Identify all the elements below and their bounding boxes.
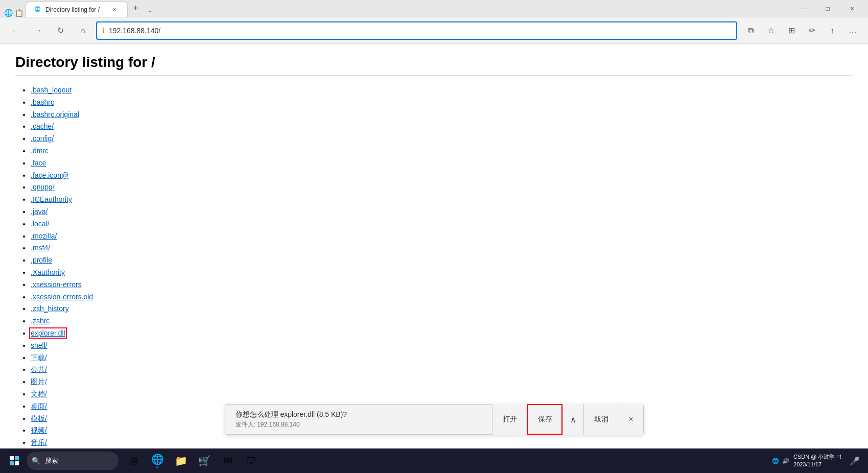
browser-window: 🌐 📋 🌐 Directory listing for / × + ⌄ ─ □ … (0, 0, 868, 473)
page-divider (15, 76, 853, 76)
file-link[interactable]: .xsession-errors (31, 280, 82, 289)
file-explorer-app[interactable]: 📁 (170, 448, 192, 473)
search-input[interactable] (27, 452, 119, 470)
store-app[interactable]: 🛒 (193, 448, 216, 473)
file-link[interactable]: .config/ (31, 134, 54, 143)
file-link[interactable]: .dmrc (31, 147, 49, 155)
file-link[interactable]: .bashrc.original (31, 110, 79, 119)
file-link[interactable]: shell/ (31, 341, 48, 349)
taskbar: 🔍 搜索 ⊞ 🌐 📁 🛒 ✉ 🛡 (0, 448, 868, 473)
list-item: .ICEauthority (31, 194, 853, 206)
mail-icon: ✉ (224, 455, 232, 467)
list-item: .msf4/ (31, 242, 853, 254)
file-link[interactable]: 桌面/ (31, 402, 47, 410)
open-button[interactable]: 打开 (492, 404, 527, 435)
address-text[interactable]: 192.168.88.140/ (109, 27, 731, 35)
file-link[interactable]: explorer.dll (31, 329, 65, 337)
favorites-button[interactable]: ☆ (762, 21, 780, 40)
network-icon: 🌐 (772, 458, 779, 464)
file-link[interactable]: .Xauthority (31, 268, 65, 276)
file-link[interactable]: .msf4/ (31, 244, 50, 252)
file-link[interactable]: .profile (31, 256, 52, 264)
window-controls: ─ □ × (791, 0, 864, 17)
svg-rect-1 (15, 456, 19, 460)
file-link[interactable]: .java/ (31, 207, 48, 216)
home-button[interactable]: ⌂ (74, 21, 92, 40)
list-item: 下载/ (31, 352, 853, 364)
file-link[interactable]: .zshrc (31, 317, 50, 325)
edge-app[interactable]: 🌐 (146, 448, 169, 473)
file-link[interactable]: 音乐/ (31, 438, 47, 446)
store-icon: 🛒 (198, 455, 211, 467)
security-icon: ℹ (102, 27, 105, 35)
sound-icon: 🔊 (782, 458, 789, 464)
refresh-button[interactable]: ↻ (51, 21, 69, 40)
file-link[interactable]: .zsh_history (31, 304, 69, 313)
list-item: shell/ (31, 340, 853, 352)
list-item: .gnupg/ (31, 181, 853, 194)
mail-app[interactable]: ✉ (217, 448, 239, 473)
file-explorer-icon: 📁 (175, 455, 187, 467)
active-tab[interactable]: 🌐 Directory listing for / × (26, 2, 128, 17)
cancel-button[interactable]: 取消 (583, 404, 619, 435)
address-bar[interactable]: ℹ 192.168.88.140/ (96, 21, 737, 40)
share-button[interactable]: ↑ (823, 21, 841, 40)
file-link[interactable]: 文档/ (31, 390, 47, 398)
download-filename: 你想怎么处理 explorer.dll (8.5 KB)? (236, 410, 482, 419)
annotate-button[interactable]: ✏ (803, 21, 821, 40)
svg-rect-0 (10, 456, 14, 460)
collections-button[interactable]: ⊞ (782, 21, 801, 40)
list-item: .config/ (31, 133, 853, 145)
date-text: 2023/11/17 (793, 461, 841, 468)
forward-button[interactable]: → (29, 21, 47, 40)
file-link[interactable]: .bashrc (31, 98, 54, 106)
tab-dropdown-button[interactable]: ⌄ (144, 4, 157, 17)
file-link[interactable]: 图片/ (31, 377, 47, 386)
file-link[interactable]: 模板/ (31, 414, 47, 422)
page-title: Directory listing for / (15, 54, 853, 70)
split-screen-button[interactable]: ⧉ (741, 21, 760, 40)
file-link[interactable]: .face (31, 159, 46, 167)
new-tab-button[interactable]: + (128, 0, 144, 17)
file-link[interactable]: 视频/ (31, 426, 47, 434)
title-bar: 🌐 📋 🌐 Directory listing for / × + ⌄ ─ □ … (0, 0, 868, 17)
tab-close-button[interactable]: × (110, 5, 119, 14)
file-link[interactable]: .gnupg/ (31, 183, 55, 191)
save-button[interactable]: 保存 (527, 404, 562, 435)
back-button[interactable]: ← (6, 21, 25, 40)
page-content: Directory listing for / .bash_logout.bas… (0, 44, 868, 473)
minimize-button[interactable]: ─ (791, 0, 815, 17)
list-item: .zsh_history (31, 303, 853, 315)
security-app[interactable]: 🛡 (240, 448, 263, 473)
tab-favicon-icon: 🌐 (34, 6, 41, 13)
file-link[interactable]: 公共/ (31, 365, 47, 373)
file-link[interactable]: .cache/ (31, 122, 54, 130)
list-item: 图片/ (31, 376, 853, 388)
file-link[interactable]: .ICEauthority (31, 195, 72, 203)
file-link[interactable]: .face.icon@ (31, 171, 68, 179)
list-item: .dmrc (31, 145, 853, 157)
taskbar-text: CSDN @ 小波学 ≡! 2023/11/17 (793, 453, 841, 469)
download-info: 你想怎么处理 explorer.dll (8.5 KB)? 发件人: 192.1… (225, 406, 492, 433)
more-button[interactable]: … (843, 21, 862, 40)
download-actions: 打开 保存 ∧ 取消 × (492, 404, 643, 435)
close-button[interactable]: × (840, 0, 864, 17)
task-view-button[interactable]: ⊞ (123, 448, 145, 473)
download-source: 发件人: 192.168.88.140 (236, 420, 482, 429)
list-item: 音乐/ (31, 437, 853, 449)
list-item: .java/ (31, 206, 853, 218)
file-link[interactable]: .local/ (31, 220, 50, 228)
maximize-button[interactable]: □ (816, 0, 839, 17)
file-link[interactable]: .xsession-errors.old (31, 293, 93, 301)
tab-title: Directory listing for / (45, 6, 106, 13)
file-link[interactable]: .bash_logout (31, 86, 72, 94)
list-item: .local/ (31, 218, 853, 230)
file-link[interactable]: .mozilla/ (31, 232, 57, 240)
list-item: .bashrc (31, 97, 853, 109)
download-close-button[interactable]: × (619, 404, 643, 435)
file-link[interactable]: 下载/ (31, 353, 47, 362)
start-button[interactable] (4, 451, 25, 471)
list-item: .Xauthority (31, 267, 853, 279)
mic-button[interactable]: 🎤 (846, 452, 864, 470)
more-options-button[interactable]: ∧ (562, 404, 583, 435)
